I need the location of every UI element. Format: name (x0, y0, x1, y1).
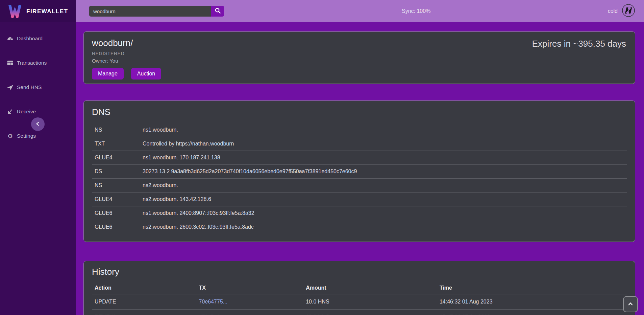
app-title: FIREWALLET (26, 8, 68, 15)
chevron-up-icon (627, 302, 634, 307)
search-icon (215, 7, 221, 15)
sidebar-item-send-hns[interactable]: Send HNS (0, 79, 76, 95)
dns-record-value: ns2.woodburn. 143.42.128.6 (143, 193, 627, 206)
dns-record-row: GLUE6 ns1.woodburn. 2400:8907::f03c:93ff… (92, 206, 627, 220)
search-group (89, 6, 224, 17)
dns-record-row: TXT Controlled by https://nathan.woodbur… (92, 137, 627, 151)
dns-record-value: Controlled by https://nathan.woodburn (143, 137, 627, 151)
history-col-time: Time (440, 282, 627, 294)
transactions-table-icon (7, 60, 14, 66)
domain-status: REGISTERED (92, 51, 627, 56)
receive-arrow-icon (7, 108, 14, 115)
sidebar: FIREWALLET Dashboard Transactions (0, 0, 76, 315)
topbar: Sync: 100% cold (76, 0, 644, 22)
dns-record-value: ns2.woodburn. 2600:3c02::f03c:93ff:fe5a:… (143, 220, 627, 234)
scroll-to-top-button[interactable] (623, 296, 638, 312)
main-content: woodburn/ REGISTERED Owner: You Manage A… (76, 22, 644, 315)
app-logo: FIREWALLET (0, 0, 76, 22)
sidebar-item-dashboard[interactable]: Dashboard (0, 30, 76, 47)
history-header-row: Action TX Amount Time (92, 282, 627, 294)
dns-record-type: GLUE6 (92, 220, 143, 234)
dns-record-type: GLUE4 (92, 193, 143, 206)
tx-link[interactable]: 70e64775... (199, 299, 228, 305)
history-amount: 10.0 HNS (306, 294, 440, 309)
dns-record-value: ns1.woodburn. (143, 123, 627, 137)
history-time: 15:47:36 07 Jul 2023 (440, 309, 627, 315)
dashboard-gauge-icon (7, 35, 14, 42)
dns-record-value: 30273 13 2 9a3a8fb3d625d2a2073d740f10da6… (143, 165, 627, 179)
history-title: History (92, 267, 627, 277)
domain-expiry: Expires in ~395.35 days (532, 39, 626, 49)
sidebar-collapse-button[interactable] (31, 117, 45, 131)
sidebar-item-label: Dashboard (17, 36, 43, 42)
dns-record-row: DS 30273 13 2 9a3a8fb3d625d2a2073d740f10… (92, 165, 627, 179)
dns-record-row: GLUE4 ns1.woodburn. 170.187.241.138 (92, 151, 627, 165)
history-col-tx: TX (199, 282, 306, 294)
sync-status: Sync: 100% (402, 0, 430, 22)
chevron-left-icon (35, 121, 41, 128)
wallet-selector[interactable]: cold (608, 0, 635, 22)
dns-title: DNS (92, 107, 627, 117)
history-action: UPDATE (92, 294, 199, 309)
dns-record-type: DS (92, 165, 143, 179)
settings-gear-icon: ⚙ (7, 133, 14, 139)
history-time: 14:46:32 01 Aug 2023 (440, 294, 627, 309)
sidebar-item-label: Settings (17, 133, 36, 139)
dns-record-row: GLUE6 ns2.woodburn. 2600:3c02::f03c:93ff… (92, 220, 627, 234)
dns-record-type: NS (92, 123, 143, 137)
handshake-logo-icon (622, 4, 635, 19)
sidebar-item-label: Receive (17, 109, 36, 115)
history-col-amount: Amount (306, 282, 440, 294)
auction-button[interactable]: Auction (131, 68, 161, 80)
dns-record-row: NS ns1.woodburn. (92, 123, 627, 137)
sidebar-item-transactions[interactable]: Transactions (0, 55, 76, 71)
dns-record-value: ns1.woodburn. 170.187.241.138 (143, 151, 627, 165)
dns-record-value: ns2.woodburn. (143, 179, 627, 193)
firewallet-logo-icon (7, 4, 22, 19)
history-row: UPDATE 70e64775... 10.0 HNS 14:46:32 01 … (92, 294, 627, 309)
search-input[interactable] (89, 6, 211, 17)
history-card: History Action TX Amount Time UPDATE 70e… (83, 261, 635, 315)
search-button[interactable] (211, 6, 224, 17)
history-row: RENEW d73c5c4... 10.0 HNS 15:47:36 07 Ju… (92, 309, 627, 315)
sidebar-item-label: Send HNS (17, 84, 42, 90)
dns-records-table: NS ns1.woodburn. TXT Controlled by https… (92, 123, 627, 234)
domain-card: woodburn/ REGISTERED Owner: You Manage A… (83, 31, 635, 84)
dns-record-type: GLUE4 (92, 151, 143, 165)
dns-card: DNS NS ns1.woodburn. TXT Controlled by h… (83, 100, 635, 242)
dns-record-type: GLUE6 (92, 206, 143, 220)
manage-button[interactable]: Manage (92, 68, 124, 80)
history-amount: 10.0 HNS (306, 309, 440, 315)
dns-record-type: NS (92, 179, 143, 193)
history-action: RENEW (92, 309, 199, 315)
sidebar-item-label: Transactions (17, 60, 47, 66)
history-col-action: Action (92, 282, 199, 294)
dns-record-value: ns1.woodburn. 2400:8907::f03c:93ff:fe5a:… (143, 206, 627, 220)
wallet-name: cold (608, 8, 618, 14)
dns-record-type: TXT (92, 137, 143, 151)
send-plane-icon (7, 84, 14, 91)
dns-record-row: GLUE4 ns2.woodburn. 143.42.128.6 (92, 193, 627, 206)
domain-owner: Owner: You (92, 58, 627, 64)
history-table: Action TX Amount Time UPDATE 70e64775...… (92, 282, 627, 315)
dns-record-row: NS ns2.woodburn. (92, 179, 627, 193)
